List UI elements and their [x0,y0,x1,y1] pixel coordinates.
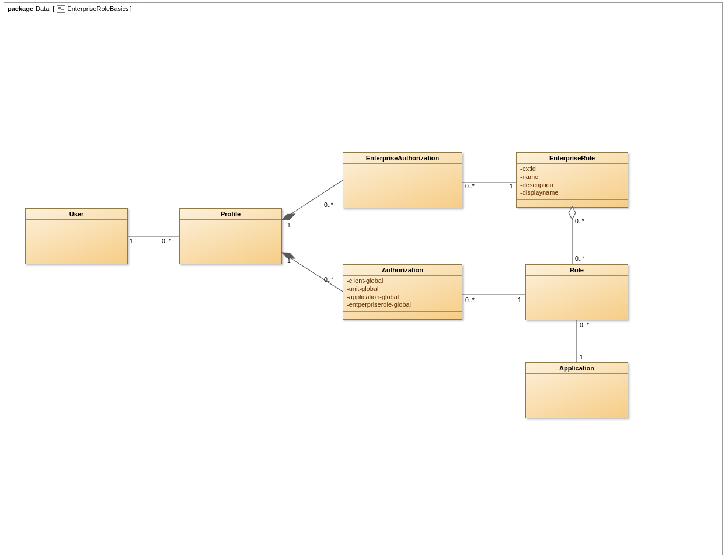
attribute: -entperpriserole-global [347,301,458,309]
attribute-list: -client-global-unit-global-application-g… [343,276,462,312]
class-application[interactable]: Application [525,362,628,418]
attribute: -description [520,181,624,190]
class-user[interactable]: User [25,208,128,264]
class-title: EnterpriseAuthorization [343,153,462,164]
diagram-name: EnterpriseRoleBasics [67,5,128,12]
bracket-open: [ [53,5,54,12]
class-role[interactable]: Role [525,264,628,320]
multiplicity: 0..* [465,183,475,190]
svg-marker-1 [282,214,295,220]
attribute: -application-global [347,293,458,302]
diagram-canvas: package Data [ EnterpriseRoleBasics ] Us… [0,0,728,560]
multiplicity: 1 [130,237,133,244]
package-frame: package Data [ EnterpriseRoleBasics ] Us… [4,2,723,555]
class-enterprise-role[interactable]: EnterpriseRole -extid-name-description-d… [516,152,628,208]
multiplicity: 1 [287,257,291,264]
class-enterprise-authorization[interactable]: EnterpriseAuthorization [343,152,462,208]
multiplicity: 0..* [465,296,475,303]
multiplicity: 1 [510,183,513,190]
class-title: EnterpriseRole [517,153,628,164]
multiplicity: 0..* [324,276,333,283]
class-title: Authorization [343,265,462,276]
package-name: Data [36,5,49,12]
attribute-list: -extid-name-description-displayname [517,164,628,200]
multiplicity: 0..* [162,237,171,244]
bracket-close: ] [130,5,132,12]
multiplicity: 0..* [324,201,333,208]
attribute: -extid [520,165,624,173]
attribute: -displayname [520,189,624,197]
multiplicity: 0..* [575,218,584,225]
class-profile[interactable]: Profile [179,208,282,264]
multiplicity: 1 [287,222,291,229]
attribute: -name [520,173,624,181]
multiplicity: 1 [518,296,521,303]
package-kind: package [8,5,33,12]
class-title: Profile [180,209,281,220]
multiplicity: 1 [580,354,583,360]
package-title-tab: package Data [ EnterpriseRoleBasics ] [4,2,141,15]
class-title: Role [526,265,628,276]
class-diagram-icon [57,5,65,13]
attribute: -client-global [347,277,458,285]
class-title: Application [526,363,628,374]
multiplicity: 0..* [580,321,589,328]
attribute: -unit-global [347,285,458,293]
multiplicity: 0..* [575,255,584,262]
class-title: User [26,209,127,220]
class-authorization[interactable]: Authorization -client-global-unit-global… [343,264,462,320]
